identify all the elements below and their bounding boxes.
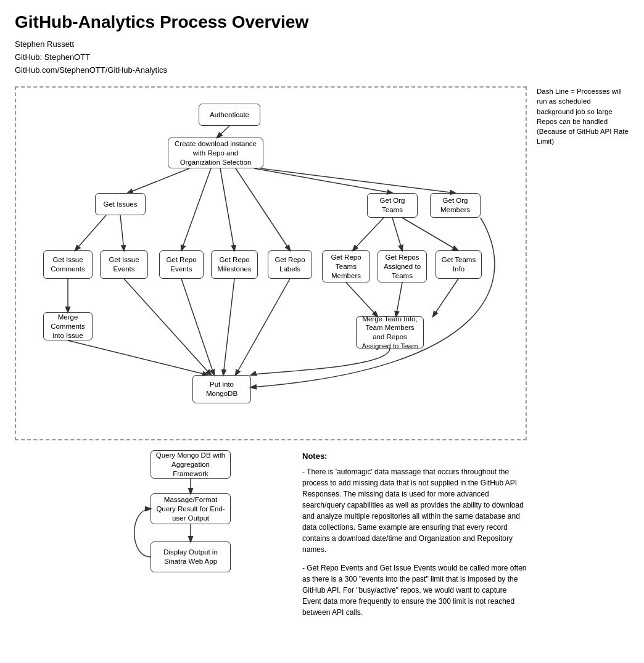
legend-note: Dash Line = Processes will run as schedu… (537, 86, 629, 625)
svg-line-3 (220, 168, 234, 250)
node-get-teams-info: Get Teams Info (436, 250, 482, 279)
svg-line-19 (223, 279, 234, 375)
svg-line-9 (353, 218, 384, 250)
node-get-issue-comments: Get Issue Comments (43, 250, 93, 279)
svg-line-20 (236, 279, 290, 375)
svg-line-1 (128, 168, 189, 193)
svg-line-10 (392, 218, 402, 250)
svg-line-15 (433, 279, 458, 316)
svg-line-6 (260, 168, 455, 193)
node-get-org-teams: Get Org Teams (367, 193, 418, 218)
node-create-download: Create download instance with Repo and O… (168, 138, 263, 168)
node-get-repo-labels: Get Repo Labels (268, 250, 312, 279)
notes-para2: - Get Repo Events and Get Issue Events w… (302, 562, 527, 618)
node-put-mongodb: Put into MongoDB (192, 375, 251, 403)
notes-title: Notes: (302, 450, 527, 463)
node-get-repo-events: Get Repo Events (159, 250, 204, 279)
node-get-repos-assigned: Get Repos Assigned to Teams (378, 250, 427, 282)
svg-line-5 (254, 168, 392, 193)
svg-line-8 (120, 215, 124, 250)
svg-line-7 (75, 215, 106, 250)
github-repo: GitHub.com/StephenOTT/GitHub-Analytics (15, 64, 629, 77)
svg-line-0 (217, 126, 229, 138)
github-user: GitHub: StephenOTT (15, 51, 629, 64)
svg-line-2 (181, 168, 211, 250)
svg-line-14 (396, 282, 402, 316)
svg-line-4 (236, 168, 290, 250)
node-get-issue-events: Get Issue Events (100, 250, 148, 279)
node-authenticate: Authenticate (199, 104, 260, 126)
author-name: Stephen Russett (15, 38, 629, 51)
node-get-repo-teams-members: Get Repo Teams Members (322, 250, 370, 282)
svg-line-13 (346, 282, 378, 316)
svg-line-11 (402, 218, 458, 250)
svg-line-17 (124, 279, 211, 375)
node-get-org-members: Get Org Members (430, 193, 481, 218)
svg-line-18 (181, 279, 214, 375)
node-merge-team-info: Merge Team Info, Team Members and Repos … (356, 316, 424, 348)
node-get-repo-milestones: Get Repo Milestones (211, 250, 258, 279)
notes-para1: - There is 'automagic' data massage that… (302, 466, 527, 555)
node-merge-comments: Merge Comments into Issue (43, 312, 93, 340)
node-get-issues: Get Issues (95, 193, 146, 215)
page-title: GitHub-Analytics Process Overview (15, 12, 629, 32)
flowchart-arrows-below (15, 450, 292, 592)
svg-line-16 (68, 340, 208, 375)
